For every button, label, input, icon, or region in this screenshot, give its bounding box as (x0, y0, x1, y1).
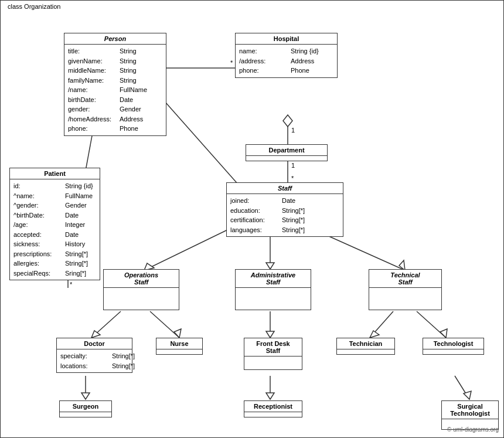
class-person-body: title:String givenName:String middleName… (64, 45, 166, 135)
svg-line-20 (91, 311, 121, 338)
class-technical-staff: Technical Staff (369, 269, 442, 310)
svg-marker-29 (440, 329, 447, 338)
class-operations-staff-body (104, 288, 179, 293)
class-surgeon-body (60, 412, 111, 417)
class-receptionist-header: Receptionist (244, 401, 302, 412)
svg-text:*: * (230, 59, 233, 66)
class-hospital-header: Hospital (236, 33, 337, 45)
svg-marker-35 (464, 391, 471, 399)
svg-marker-21 (91, 331, 100, 338)
class-operations-staff-header: Operations Staff (104, 270, 179, 288)
class-technologist: Technologist (423, 338, 484, 355)
class-front-desk-staff: Front Desk Staff (244, 338, 302, 370)
class-staff-header: Staff (227, 183, 343, 194)
class-surgeon: Surgeon (59, 400, 112, 417)
class-technician: Technician (336, 338, 395, 355)
class-person: Person title:String givenName:String mid… (64, 33, 166, 136)
class-technical-staff-body (369, 288, 441, 293)
class-nurse: Nurse (156, 338, 203, 355)
svg-marker-31 (81, 393, 90, 399)
svg-marker-17 (266, 263, 274, 269)
svg-line-22 (150, 311, 179, 338)
class-department: Department (246, 144, 328, 161)
class-administrative-staff-body (236, 288, 311, 293)
class-doctor-header: Doctor (57, 338, 132, 349)
svg-text:1: 1 (291, 127, 295, 134)
class-surgeon-header: Surgeon (60, 401, 111, 412)
svg-text:*: * (291, 175, 294, 182)
class-technologist-header: Technologist (423, 338, 483, 349)
class-surgical-technologist: Surgical Technologist (441, 400, 499, 430)
diagram-container: class Organization * * 1 * 1 * (0, 0, 504, 438)
class-doctor-body: specialty:String[*] locations:String[*] (57, 349, 132, 372)
class-receptionist: Receptionist (244, 400, 302, 417)
diagram-title: class Organization (5, 3, 63, 10)
svg-line-26 (370, 311, 393, 338)
svg-text:*: * (70, 281, 73, 288)
svg-marker-3 (283, 115, 292, 127)
class-hospital-body: name:String {id} /address:Address phone:… (236, 45, 337, 77)
class-technician-body (337, 349, 394, 354)
class-administrative-staff: Administrative Staff (235, 269, 311, 310)
class-technologist-body (423, 349, 483, 354)
class-surgical-technologist-header: Surgical Technologist (442, 401, 498, 419)
class-hospital: Hospital name:String {id} /address:Addre… (235, 33, 338, 78)
svg-text:1: 1 (291, 162, 295, 169)
class-front-desk-staff-body (244, 356, 302, 361)
class-technician-header: Technician (337, 338, 394, 349)
class-staff-body: joined:Date education:String[*] certific… (227, 194, 343, 236)
class-receptionist-body (244, 412, 302, 417)
class-operations-staff: Operations Staff (103, 269, 179, 310)
svg-line-12 (156, 91, 247, 194)
svg-line-34 (455, 376, 469, 399)
class-person-header: Person (64, 33, 166, 45)
svg-marker-25 (266, 331, 274, 338)
class-patient-body: id:String {id} ^name:FullName ^gender:Ge… (10, 179, 100, 280)
class-nurse-body (156, 349, 202, 354)
class-administrative-staff-header: Administrative Staff (236, 270, 311, 288)
svg-marker-23 (174, 329, 181, 338)
class-patient-header: Patient (10, 168, 100, 179)
class-surgical-technologist-body (442, 419, 498, 424)
class-department-header: Department (246, 145, 327, 156)
svg-line-28 (417, 311, 446, 338)
copyright-text: © uml-diagrams.org (447, 426, 499, 433)
class-nurse-header: Nurse (156, 338, 202, 349)
class-department-body (246, 156, 327, 161)
class-patient: Patient id:String {id} ^name:FullName ^g… (9, 168, 100, 280)
class-staff: Staff joined:Date education:String[*] ce… (226, 182, 343, 237)
class-technical-staff-header: Technical Staff (369, 270, 441, 288)
class-doctor: Doctor specialty:String[*] locations:Str… (56, 338, 132, 373)
svg-marker-27 (370, 331, 379, 338)
svg-marker-33 (266, 393, 274, 399)
class-front-desk-staff-header: Front Desk Staff (244, 338, 302, 356)
